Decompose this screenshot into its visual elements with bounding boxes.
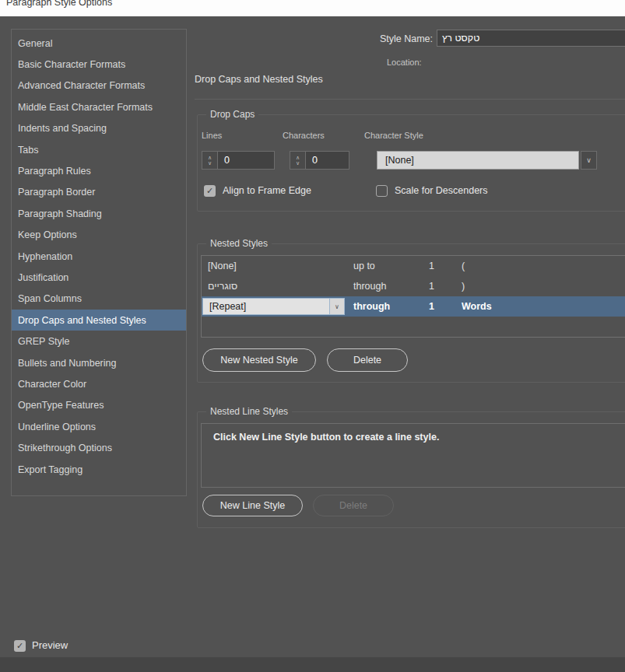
nested-style-name[interactable]: [None] [208, 256, 237, 276]
characters-input[interactable]: 0 [305, 151, 349, 170]
nested-style-count[interactable]: 1 [429, 256, 434, 276]
sidebar-item-hyphenation[interactable]: Hyphenation [12, 246, 186, 267]
new-line-style-button[interactable]: New Line Style [202, 495, 303, 516]
sidebar-item-grep-style[interactable]: GREP Style [12, 331, 186, 352]
style-name-input[interactable] [437, 30, 625, 47]
nested-style-condition[interactable]: up to [353, 256, 375, 276]
preview-checkbox[interactable]: ✓ [14, 640, 26, 652]
nested-line-styles-legend: Nested Line Styles [206, 406, 292, 417]
sidebar-item-general[interactable]: General [12, 33, 186, 54]
location-label: Location: [387, 58, 422, 67]
window-titlebar: Paragraph Style Options [0, 0, 625, 16]
nested-style-delimiter[interactable]: Words [462, 296, 492, 317]
header-separator [195, 99, 625, 100]
sidebar-item-paragraph-border[interactable]: Paragraph Border [12, 182, 186, 203]
chevron-down-icon[interactable]: ∨ [329, 299, 344, 314]
scale-for-descenders-label: Scale for Descenders [395, 185, 488, 196]
nested-style-row-selected[interactable]: [Repeat] ∨ through 1 Words [202, 296, 625, 317]
check-icon: ✓ [16, 641, 23, 651]
spinner-up-icon[interactable]: ∧ [296, 155, 300, 160]
sidebar-item-indents-and-spacing[interactable]: Indents and Spacing [12, 118, 186, 139]
new-nested-style-button[interactable]: New Nested Style [202, 348, 316, 372]
delete-line-style-button: Delete [313, 495, 394, 516]
drop-caps-legend: Drop Caps [206, 109, 258, 120]
nested-style-row[interactable]: סוגריים through 1 ) [202, 276, 625, 296]
sidebar-panel-list: General Basic Character Formats Advanced… [11, 29, 187, 496]
scale-for-descenders-checkbox[interactable] [376, 185, 388, 197]
preview-label: Preview [32, 639, 68, 651]
nested-line-styles-group: Nested Line Styles Click New Line Style … [197, 411, 625, 528]
nested-styles-legend: Nested Styles [206, 238, 272, 249]
nested-style-delimiter[interactable]: ) [462, 276, 465, 296]
sidebar-item-export-tagging[interactable]: Export Tagging [12, 459, 186, 480]
lines-label: Lines [202, 131, 222, 140]
align-to-frame-edge-label: Align to Frame Edge [223, 185, 311, 196]
sidebar-item-paragraph-rules[interactable]: Paragraph Rules [12, 160, 186, 181]
nested-style-count[interactable]: 1 [429, 276, 434, 296]
nested-style-count[interactable]: 1 [429, 296, 434, 317]
chevron-down-icon: ∨ [586, 156, 592, 164]
sidebar-item-keep-options[interactable]: Keep Options [12, 225, 186, 246]
nested-style-name-select[interactable]: [Repeat] ∨ [202, 298, 345, 315]
characters-stepper[interactable]: ∧ ∨ [290, 151, 306, 170]
drop-caps-group: Drop Caps Lines Characters Character Sty… [197, 114, 625, 212]
nested-style-delimiter[interactable]: ( [462, 256, 465, 276]
style-name-label: Style Name: [327, 33, 433, 44]
spinner-up-icon[interactable]: ∧ [208, 155, 212, 160]
sidebar-item-drop-caps-and-nested-styles[interactable]: Drop Caps and Nested Styles [12, 310, 186, 331]
sidebar-item-character-color[interactable]: Character Color [12, 373, 186, 394]
sidebar-item-opentype-features[interactable]: OpenType Features [12, 395, 186, 416]
sidebar-item-underline-options[interactable]: Underline Options [12, 416, 186, 437]
window-bottom-edge [0, 657, 625, 672]
nested-style-condition[interactable]: through [353, 296, 390, 317]
character-style-select[interactable]: [None] [377, 151, 579, 170]
sidebar-item-paragraph-shading[interactable]: Paragraph Shading [12, 203, 186, 224]
align-to-frame-edge-checkbox[interactable]: ✓ [204, 185, 216, 197]
sidebar-item-span-columns[interactable]: Span Columns [12, 289, 186, 310]
nested-style-condition[interactable]: through [353, 276, 386, 296]
spinner-down-icon[interactable]: ∨ [296, 160, 300, 166]
character-style-label: Character Style [364, 131, 423, 140]
nested-styles-group: Nested Styles [None] up to 1 ( סוגריים t… [197, 243, 625, 383]
nested-style-name[interactable]: [Repeat] [203, 299, 329, 314]
window-title: Paragraph Style Options [6, 0, 112, 8]
spinner-down-icon[interactable]: ∨ [208, 160, 212, 166]
lines-input[interactable]: 0 [217, 151, 275, 170]
panel-title: Drop Caps and Nested Styles [195, 74, 323, 85]
characters-label: Characters [283, 131, 325, 140]
sidebar-item-advanced-character-formats[interactable]: Advanced Character Formats [12, 75, 186, 96]
check-icon: ✓ [206, 186, 213, 196]
sidebar-item-middle-east-character-formats[interactable]: Middle East Character Formats [12, 96, 186, 117]
nested-line-styles-message: Click New Line Style button to create a … [213, 432, 439, 443]
dialog-body: General Basic Character Formats Advanced… [0, 16, 625, 672]
sidebar-item-basic-character-formats[interactable]: Basic Character Formats [12, 54, 186, 75]
character-style-dropdown-button[interactable]: ∨ [581, 151, 597, 170]
sidebar-item-strikethrough-options[interactable]: Strikethrough Options [12, 437, 186, 458]
nested-line-styles-table: Click New Line Style button to create a … [201, 423, 625, 488]
delete-nested-style-button[interactable]: Delete [327, 348, 408, 372]
nested-style-name[interactable]: סוגריים [208, 276, 237, 296]
sidebar-item-bullets-and-numbering[interactable]: Bullets and Numbering [12, 352, 186, 373]
lines-stepper[interactable]: ∧ ∨ [202, 151, 218, 170]
sidebar-item-tabs[interactable]: Tabs [12, 139, 186, 160]
sidebar-item-justification[interactable]: Justification [12, 267, 186, 288]
nested-style-row[interactable]: [None] up to 1 ( [202, 256, 625, 276]
nested-styles-table: [None] up to 1 ( סוגריים through 1 ) [Re… [201, 255, 625, 338]
